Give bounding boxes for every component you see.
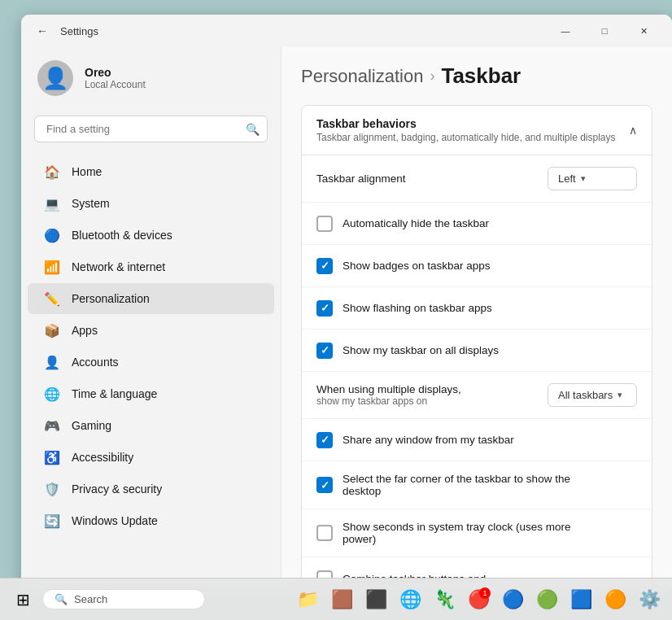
- taskbar-icon-app1[interactable]: 🟫: [325, 583, 358, 616]
- start-icon: ⊞: [16, 590, 30, 609]
- setting-row-seconds: Show seconds in system tray clock (uses …: [302, 509, 652, 557]
- title-bar: ← Settings — □ ✕: [21, 15, 672, 47]
- nav-label-privacy: Privacy & security: [72, 482, 162, 496]
- taskbar-icon-app2[interactable]: ⬛: [360, 583, 392, 616]
- setting-label-sub-seconds: power): [343, 533, 637, 545]
- nav-icon-gaming: 🎮: [44, 417, 60, 434]
- close-button[interactable]: ✕: [625, 18, 662, 44]
- taskbar-icon-emoji-app3: 🦎: [434, 589, 456, 610]
- section-header-text: Taskbar behaviors Taskbar alignment, bad…: [316, 117, 616, 143]
- checkbox-share_window[interactable]: [316, 432, 333, 448]
- user-details: Oreo Local Account: [85, 66, 146, 90]
- setting-row-alignment: Taskbar alignment Left ▾: [302, 155, 652, 203]
- taskbar-icon-emoji-app1: 🟫: [331, 589, 353, 610]
- checkbox-auto_hide[interactable]: [316, 216, 333, 232]
- taskbar-icon-settings-gear[interactable]: ⚙️: [633, 583, 665, 616]
- setting-row-multi_display: When using multiple displays, show my ta…: [302, 372, 652, 419]
- checkbox-badges[interactable]: [316, 258, 333, 274]
- checkbox-seconds[interactable]: [316, 525, 333, 541]
- taskbar-icon-file-explorer[interactable]: 📁: [291, 583, 324, 616]
- setting-row-far_corner: Select the far corner of the taskbar to …: [302, 461, 652, 509]
- taskbar-icon-chrome-red[interactable]: 🔴1: [462, 583, 495, 616]
- taskbar-icon-emoji-edge: 🌐: [399, 589, 421, 610]
- section-title: Taskbar behaviors: [316, 117, 616, 130]
- taskbar-icon-emoji-chrome-green: 🟢: [536, 589, 558, 610]
- section-subtitle: Taskbar alignment, badging, automaticall…: [316, 132, 616, 143]
- setting-row-share_window: Share any window from my taskbar: [302, 419, 652, 461]
- nav-label-network: Network & internet: [72, 260, 165, 273]
- checkbox-flashing[interactable]: [316, 300, 333, 317]
- badge-chrome-red: 1: [479, 587, 491, 599]
- sidebar-item-bluetooth[interactable]: 🔵 Bluetooth & devices: [28, 220, 274, 251]
- main-content: Personalization › Taskbar Taskbar behavi…: [281, 47, 672, 592]
- nav-icon-network: 📶: [44, 259, 60, 275]
- setting-row-all_displays: Show my taskbar on all displays: [302, 330, 652, 372]
- avatar-icon: 👤: [42, 66, 68, 91]
- maximize-button[interactable]: □: [586, 18, 623, 44]
- search-box: 🔍: [34, 116, 268, 142]
- nav-icon-system: 💻: [44, 195, 60, 212]
- sidebar: 👤 Oreo Local Account 🔍 🏠 Home 💻 System 🔵…: [21, 47, 281, 592]
- sidebar-item-time[interactable]: 🌐 Time & language: [28, 378, 274, 409]
- section-header[interactable]: Taskbar behaviors Taskbar alignment, bad…: [302, 106, 652, 155]
- nav-icon-home: 🏠: [44, 164, 60, 180]
- breadcrumb-current: Taskbar: [441, 63, 521, 89]
- setting-row-auto_hide: Automatically hide the taskbar: [302, 203, 652, 245]
- section-chevron-icon: ∧: [629, 124, 637, 137]
- nav-icon-accessibility: ♿: [44, 449, 60, 465]
- taskbar: ⊞ 🔍 Search 📁🟫⬛🌐🦎🔴1🔵🟢🟦🟠⚙️: [0, 578, 672, 620]
- dropdown-arrow-alignment: ▾: [581, 173, 586, 184]
- taskbar-search[interactable]: 🔍 Search: [42, 589, 205, 609]
- minimize-button[interactable]: —: [547, 18, 584, 44]
- section-card: Taskbar behaviors Taskbar alignment, bad…: [301, 105, 652, 592]
- nav-icon-time: 🌐: [44, 386, 60, 402]
- sidebar-item-accessibility[interactable]: ♿ Accessibility: [28, 442, 274, 473]
- sidebar-item-update[interactable]: 🔄 Windows Update: [28, 505, 274, 536]
- sidebar-item-apps[interactable]: 📦 Apps: [28, 315, 274, 346]
- nav-label-update: Windows Update: [72, 514, 158, 527]
- setting-label-all_displays: Show my taskbar on all displays: [343, 344, 637, 356]
- setting-label-main-multi_display: When using multiple displays,: [316, 383, 538, 395]
- dropdown-multi_display[interactable]: All taskbars ▾: [548, 383, 637, 407]
- user-info: 👤 Oreo Local Account: [21, 47, 281, 109]
- taskbar-icon-photoshop[interactable]: 🟦: [565, 583, 597, 616]
- nav-label-bluetooth: Bluetooth & devices: [72, 229, 172, 242]
- start-button[interactable]: ⊞: [7, 583, 39, 616]
- setting-label-wrap-seconds: Show seconds in system tray clock (uses …: [343, 521, 637, 545]
- setting-row-badges: Show badges on taskbar apps: [302, 245, 652, 287]
- checkbox-all_displays[interactable]: [316, 343, 333, 359]
- sidebar-item-home[interactable]: 🏠 Home: [28, 156, 274, 187]
- taskbar-icon-chrome-blue[interactable]: 🔵: [496, 583, 529, 616]
- taskbar-icons: 📁🟫⬛🌐🦎🔴1🔵🟢🟦🟠⚙️: [291, 583, 665, 616]
- nav-label-personalization: Personalization: [72, 292, 150, 305]
- checkbox-far_corner[interactable]: [316, 477, 333, 493]
- search-input[interactable]: [34, 116, 268, 142]
- nav-icon-privacy: 🛡️: [44, 481, 60, 497]
- sidebar-item-network[interactable]: 📶 Network & internet: [28, 251, 274, 282]
- setting-label-sub-far_corner: desktop: [343, 485, 637, 497]
- nav-label-apps: Apps: [72, 324, 98, 337]
- nav-label-gaming: Gaming: [72, 419, 111, 432]
- nav-list: 🏠 Home 💻 System 🔵 Bluetooth & devices 📶 …: [21, 152, 281, 592]
- taskbar-icon-app3[interactable]: 🦎: [428, 583, 460, 616]
- taskbar-icon-edge[interactable]: 🌐: [394, 583, 426, 616]
- nav-icon-apps: 📦: [44, 322, 60, 338]
- sidebar-item-privacy[interactable]: 🛡️ Privacy & security: [28, 474, 274, 504]
- back-button[interactable]: ←: [31, 20, 54, 42]
- sidebar-item-system[interactable]: 💻 System: [28, 188, 274, 219]
- dropdown-value-multi_display: All taskbars: [558, 389, 613, 401]
- user-account-type: Local Account: [85, 79, 146, 90]
- sidebar-item-gaming[interactable]: 🎮 Gaming: [28, 410, 274, 441]
- taskbar-icon-emoji-app2: ⬛: [365, 589, 387, 610]
- nav-label-accounts: Accounts: [72, 356, 119, 369]
- taskbar-icon-browser2[interactable]: 🟠: [599, 583, 631, 616]
- sidebar-item-accounts[interactable]: 👤 Accounts: [28, 347, 274, 378]
- taskbar-icon-emoji-file-explorer: 📁: [297, 589, 319, 610]
- setting-label-sub-multi_display: show my taskbar apps on: [316, 395, 538, 407]
- setting-label-wrap-multi_display: When using multiple displays, show my ta…: [316, 383, 538, 407]
- setting-label-flashing: Show flashing on taskbar apps: [343, 302, 637, 314]
- dropdown-alignment[interactable]: Left ▾: [548, 167, 637, 190]
- taskbar-icon-emoji-chrome-blue: 🔵: [502, 589, 524, 610]
- taskbar-icon-chrome-green[interactable]: 🟢: [530, 583, 563, 616]
- sidebar-item-personalization[interactable]: ✏️ Personalization: [28, 283, 274, 314]
